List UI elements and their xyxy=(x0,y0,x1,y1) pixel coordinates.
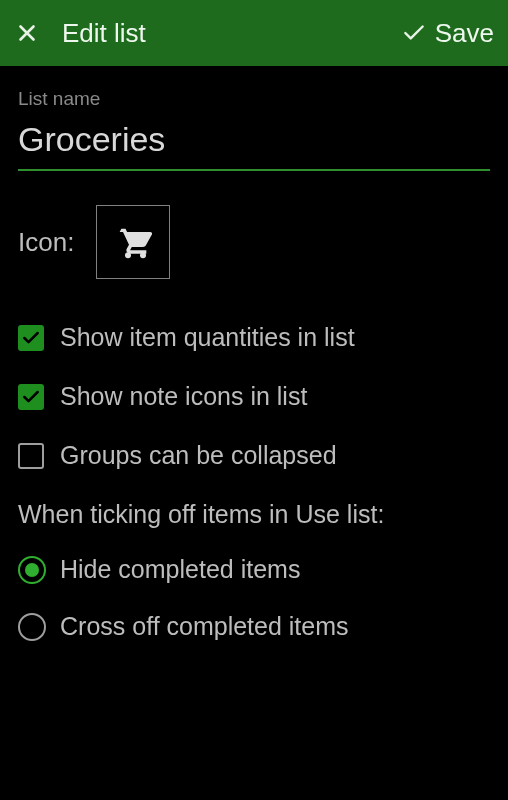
close-icon xyxy=(14,20,40,46)
icon-picker[interactable] xyxy=(96,205,170,279)
cart-icon xyxy=(113,222,153,262)
checkbox xyxy=(18,325,44,351)
option-label: Show item quantities in list xyxy=(60,323,355,352)
option-collapsible-groups[interactable]: Groups can be collapsed xyxy=(18,441,490,470)
radio-cross-completed[interactable]: Cross off completed items xyxy=(18,612,490,641)
svg-point-1 xyxy=(140,252,146,258)
content: List name Icon: Show item quantities in … xyxy=(0,66,508,685)
checkbox xyxy=(18,443,44,469)
icon-label: Icon: xyxy=(18,227,74,258)
option-label: Groups can be collapsed xyxy=(60,441,337,470)
radio xyxy=(18,556,46,584)
save-label: Save xyxy=(435,18,494,49)
radio-hide-completed[interactable]: Hide completed items xyxy=(18,555,490,584)
options-section: Show item quantities in list Show note i… xyxy=(18,323,490,470)
checkbox xyxy=(18,384,44,410)
option-show-note-icons[interactable]: Show note icons in list xyxy=(18,382,490,411)
check-icon xyxy=(401,20,427,46)
list-name-label: List name xyxy=(18,88,490,110)
icon-row: Icon: xyxy=(18,205,490,279)
list-name-input[interactable] xyxy=(18,118,490,171)
svg-point-0 xyxy=(125,252,131,258)
option-label: Show note icons in list xyxy=(60,382,307,411)
radio-label: Hide completed items xyxy=(60,555,300,584)
option-show-quantities[interactable]: Show item quantities in list xyxy=(18,323,490,352)
save-button[interactable]: Save xyxy=(401,18,494,49)
tick-section-heading: When ticking off items in Use list: xyxy=(18,500,490,529)
radio-label: Cross off completed items xyxy=(60,612,349,641)
app-header: Edit list Save xyxy=(0,0,508,66)
close-button[interactable] xyxy=(14,20,40,46)
radio xyxy=(18,613,46,641)
header-title: Edit list xyxy=(62,18,146,49)
